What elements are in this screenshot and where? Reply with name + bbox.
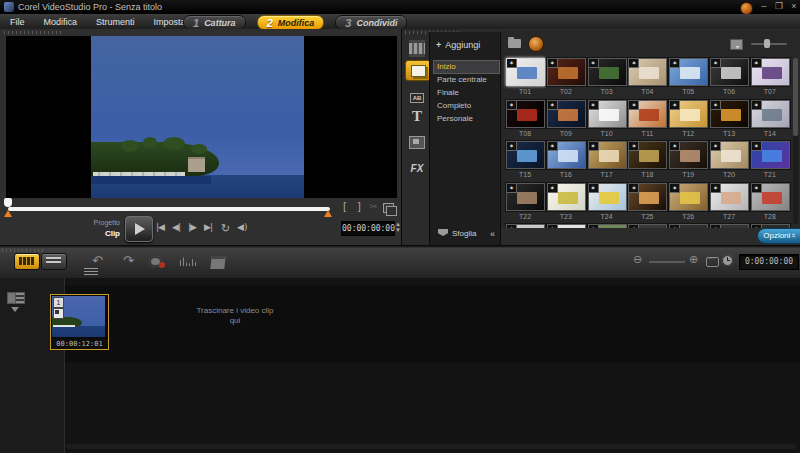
template-thumbnail-partial[interactable]: ✶ <box>628 224 667 228</box>
template-thumbnail-partial[interactable]: ✶ <box>710 224 749 228</box>
menu-item-modifica[interactable]: Modifica <box>42 17 80 27</box>
play-button[interactable] <box>125 216 153 242</box>
zoom-out-icon[interactable]: ⊖ <box>633 253 642 266</box>
category-item-inizio[interactable]: Inizio <box>433 60 500 74</box>
template-thumbnail[interactable]: ✶T06 <box>710 58 748 95</box>
playhead-handle[interactable] <box>4 198 12 207</box>
preview-timecode[interactable]: 00:00:00:00 <box>341 221 395 236</box>
step-tab-condividi[interactable]: 3Condividi <box>335 15 407 30</box>
home-button[interactable]: |◀ <box>156 222 164 232</box>
template-thumbnail[interactable]: ✶T28 <box>751 183 789 220</box>
template-thumbnail-partial[interactable]: ✶ <box>669 224 708 228</box>
media-library-icon[interactable] <box>406 40 428 57</box>
filters-icon[interactable]: FX <box>406 158 428 176</box>
template-thumbnail[interactable]: ✶T25 <box>628 183 666 220</box>
template-thumbnail[interactable]: ✶T15 <box>506 141 544 178</box>
options-button[interactable]: Opzioni« <box>757 228 800 244</box>
record-capture-icon[interactable] <box>149 256 162 267</box>
project-mode-label[interactable]: Progetto <box>86 219 120 226</box>
fit-project-icon[interactable] <box>706 257 719 267</box>
add-category-button[interactable]: +Aggiungi <box>436 40 480 50</box>
sound-mixer-icon[interactable] <box>180 257 196 266</box>
template-thumbnail[interactable]: ✶T26 <box>669 183 707 220</box>
template-thumbnail[interactable]: ✶T24 <box>588 183 626 220</box>
scrubber-track[interactable] <box>8 207 330 211</box>
step-tab-modifica[interactable]: 2Modifica <box>257 15 325 30</box>
auto-music-icon[interactable] <box>210 256 225 269</box>
split-clip-icon[interactable]: ✂ <box>369 201 377 212</box>
category-item-completo[interactable]: Completo <box>433 99 500 113</box>
mark-out-button[interactable]: ] <box>357 201 361 212</box>
category-item-finale[interactable]: Finale <box>433 86 500 100</box>
template-thumbnail[interactable]: ✶T21 <box>751 141 789 178</box>
next-frame-button[interactable]: |▶ <box>188 222 196 232</box>
template-thumbnail[interactable]: ✶T07 <box>751 58 789 95</box>
graphics-icon[interactable] <box>406 136 428 149</box>
transitions-icon[interactable]: AB <box>406 86 428 104</box>
folder-icon[interactable] <box>508 39 521 48</box>
template-thumbnail[interactable]: ✶T12 <box>669 100 707 137</box>
template-thumbnail[interactable]: ✶T02 <box>547 58 585 95</box>
template-thumbnail[interactable]: ✶T08 <box>506 100 544 137</box>
template-thumbnail[interactable]: ✶T27 <box>710 183 748 220</box>
storyboard-view-button[interactable] <box>14 253 40 270</box>
template-thumbnail[interactable]: ✶T03 <box>588 58 626 95</box>
template-thumbnail-partial[interactable]: ✶ <box>588 224 627 228</box>
template-thumbnail[interactable]: ✶T13 <box>710 100 748 137</box>
volume-button[interactable]: ◀) <box>237 222 247 232</box>
video-track-icon[interactable] <box>7 292 25 304</box>
timeline-clip[interactable]: 1 00:00:12:01 <box>50 294 109 350</box>
trim-start-handle[interactable] <box>4 210 12 217</box>
template-thumbnail[interactable]: ✶T01 <box>506 58 544 95</box>
template-thumbnail[interactable]: ✶T22 <box>506 183 544 220</box>
minimize-button[interactable]: – <box>757 1 771 12</box>
timeline-timecode[interactable]: 0:00:00:00 <box>739 254 799 270</box>
template-thumbnail[interactable]: ✶T05 <box>669 58 707 95</box>
timeline-zoom-slider[interactable] <box>649 261 685 263</box>
end-button[interactable]: ▶| <box>204 222 212 232</box>
close-button[interactable]: × <box>787 1 800 12</box>
template-thumbnail[interactable]: ✶T17 <box>588 141 626 178</box>
repeat-button[interactable]: ↻ <box>221 222 230 235</box>
timeline-scrollbar[interactable] <box>66 444 796 449</box>
zoom-in-icon[interactable]: ⊕ <box>689 253 698 266</box>
template-thumbnail[interactable]: ✶T14 <box>751 100 789 137</box>
undo-button[interactable]: ↶ <box>92 253 103 268</box>
template-thumbnail[interactable]: ✶T19 <box>669 141 707 178</box>
mark-in-button[interactable]: [ <box>343 201 347 212</box>
category-item-parte-centrale[interactable]: Parte centrale <box>433 73 500 87</box>
menu-item-file[interactable]: File <box>8 17 27 27</box>
menu-item-strumenti[interactable]: Strumenti <box>94 17 137 27</box>
track-manager-icon[interactable] <box>84 268 98 276</box>
timecode-spinner[interactable]: ▲▼ <box>395 221 401 233</box>
trim-end-handle[interactable] <box>324 210 332 217</box>
template-thumbnail[interactable]: ✶T10 <box>588 100 626 137</box>
template-thumbnail-partial[interactable]: ✶ <box>506 224 545 228</box>
template-thumbnail[interactable]: ✶T20 <box>710 141 748 178</box>
collapse-panel-button[interactable]: « <box>490 229 495 239</box>
capture-frame-icon[interactable] <box>383 203 394 213</box>
duration-clock-icon[interactable] <box>722 255 733 266</box>
template-thumbnail[interactable]: ✶T18 <box>628 141 666 178</box>
browse-button[interactable]: Sfoglia <box>438 229 476 238</box>
instant-project-category-icon[interactable] <box>528 36 544 52</box>
template-thumbnail-partial[interactable]: ✶ <box>547 224 586 228</box>
template-thumbnail[interactable]: ✶T16 <box>547 141 585 178</box>
gallery-scrollbar-thumb[interactable] <box>793 58 798 136</box>
clip-mode-label[interactable]: Clip <box>86 229 120 238</box>
timeline-view-button[interactable] <box>41 253 67 270</box>
step-tab-cattura[interactable]: 1Cattura <box>183 15 246 30</box>
thumbnail-size-knob[interactable] <box>764 39 770 48</box>
instant-project-icon[interactable] <box>405 60 431 81</box>
gallery-display-icon[interactable] <box>730 39 743 50</box>
template-thumbnail[interactable]: ✶T11 <box>628 100 666 137</box>
redo-button[interactable]: ↷ <box>123 253 134 268</box>
previous-frame-button[interactable]: ◀| <box>172 222 180 232</box>
template-thumbnail[interactable]: ✶T04 <box>628 58 666 95</box>
template-thumbnail[interactable]: ✶T23 <box>547 183 585 220</box>
category-item-personale[interactable]: Personale <box>433 112 500 126</box>
restore-button[interactable]: ❐ <box>772 1 786 12</box>
chevron-down-icon[interactable] <box>11 307 19 312</box>
titles-icon[interactable]: T <box>406 107 428 125</box>
template-thumbnail[interactable]: ✶T09 <box>547 100 585 137</box>
